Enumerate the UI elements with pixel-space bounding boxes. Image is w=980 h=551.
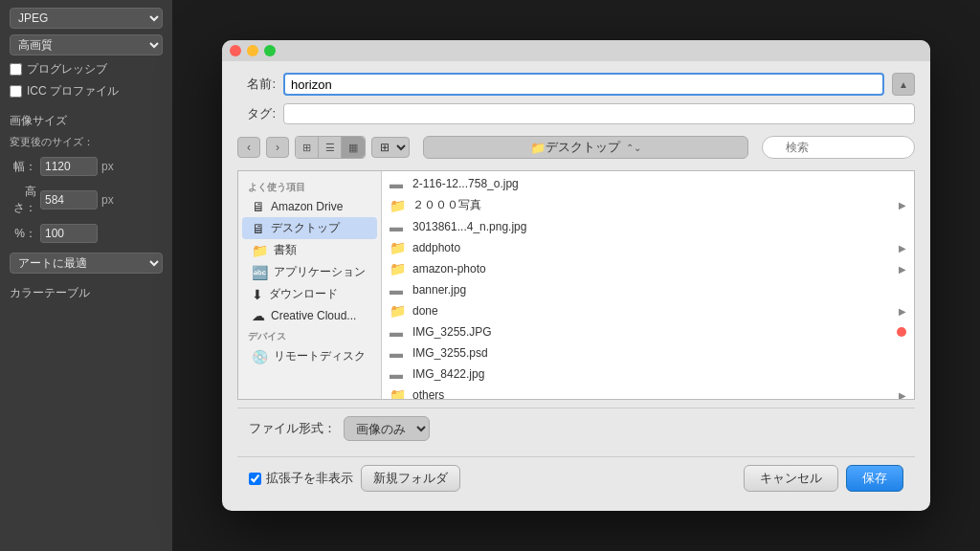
width-row: 幅： px: [10, 157, 163, 176]
maximize-button[interactable]: [264, 45, 276, 56]
file-item[interactable]: ▬ IMG_8422.jpg: [382, 364, 914, 385]
hide-ext-checkbox[interactable]: [249, 473, 261, 485]
file-icon: ▬: [390, 176, 407, 191]
tag-label: タグ:: [237, 105, 276, 122]
footer-bar: 拡張子を非表示 新規フォルダ キャンセル 保存: [237, 456, 915, 499]
list-view-button[interactable]: ☰: [319, 137, 342, 158]
file-icon: ▬: [390, 345, 407, 361]
height-input[interactable]: [40, 190, 98, 209]
sidebar-item-label-desktop: デスクトップ: [271, 220, 340, 236]
sidebar-item-creative-cloud[interactable]: ☁ Creative Cloud...: [242, 305, 377, 326]
chevron-right-icon: ▶: [899, 243, 906, 253]
chevron-right-icon: ▶: [899, 390, 906, 400]
sidebar-item-applications[interactable]: 🔤 アプリケーション: [242, 261, 377, 283]
traffic-lights: [230, 45, 276, 56]
minimize-button[interactable]: [247, 45, 258, 56]
progressive-checkbox[interactable]: [10, 63, 22, 76]
title-bar: [222, 40, 930, 61]
file-list: ▬ 2-116-12...758_o.jpg 📁 ２０００写真 ▶ ▬ 3013…: [382, 171, 914, 399]
quality-select[interactable]: 高画質: [10, 34, 163, 55]
file-item[interactable]: ▬ IMG_3255.psd: [382, 342, 914, 364]
creative-cloud-icon: ☁: [252, 308, 265, 323]
file-name: 3013861...4_n.png.jpg: [412, 220, 906, 233]
sidebar-item-label-remote: リモートディスク: [274, 348, 366, 364]
file-item[interactable]: 📁 addphoto ▶: [382, 237, 914, 258]
sidebar-item-label-cc: Creative Cloud...: [271, 309, 356, 322]
color-table-label: カラーテーブル: [10, 285, 163, 301]
location-arrow-icon: ⌃⌄: [626, 143, 641, 153]
new-folder-button[interactable]: 新規フォルダ: [361, 465, 460, 492]
forward-button[interactable]: ›: [266, 137, 289, 158]
column-view-button[interactable]: ▦: [342, 137, 365, 158]
sidebar-item-label-amazon: Amazon Drive: [271, 200, 343, 213]
file-icon: ▬: [390, 366, 407, 382]
height-unit: px: [101, 193, 114, 207]
tag-input[interactable]: [283, 103, 915, 124]
back-button[interactable]: ‹: [237, 137, 260, 158]
format-label: ファイル形式：: [249, 420, 336, 437]
folder-icon: 📁: [390, 387, 407, 399]
expand-button[interactable]: ▲: [892, 73, 915, 96]
width-input[interactable]: [40, 157, 98, 176]
file-item[interactable]: ▬ banner.jpg: [382, 279, 914, 300]
format-select[interactable]: JPEG: [10, 8, 163, 29]
folder-icon: 📁: [390, 198, 407, 213]
file-item[interactable]: ▬ IMG_3255.JPG: [382, 321, 914, 342]
file-item[interactable]: 📁 others ▶: [382, 385, 914, 399]
right-panel: JPEG 高画質 プログレッシブ ICC プロファイル 画像サイズ 変更後のサイ…: [0, 0, 172, 551]
devices-label: デバイス: [238, 326, 381, 345]
downloads-icon: ⬇: [252, 287, 263, 302]
dialog-overlay: 名前: ▲ タグ: ‹ › ⊞ ☰ ▦ ⊞: [172, 0, 980, 551]
sidebar-item-downloads[interactable]: ⬇ ダウンロード: [242, 283, 377, 305]
toolbar: ‹ › ⊞ ☰ ▦ ⊞ 📁 デスクトップ ⌃⌄ 🔍: [237, 132, 915, 163]
file-icon: ▬: [390, 282, 407, 298]
file-name: banner.jpg: [412, 283, 906, 297]
name-label: 名前:: [237, 76, 276, 93]
cancel-button[interactable]: キャンセル: [744, 465, 838, 492]
icc-checkbox[interactable]: [10, 85, 22, 98]
file-format-select[interactable]: 画像のみ: [344, 416, 430, 441]
documents-icon: 📁: [252, 243, 268, 258]
width-unit: px: [101, 160, 114, 173]
percent-input[interactable]: [40, 224, 98, 243]
width-label: 幅：: [10, 159, 36, 175]
save-button[interactable]: 保存: [846, 465, 903, 492]
height-row: 高さ： px: [10, 184, 163, 216]
icon-view-button[interactable]: ⊞: [296, 137, 319, 158]
name-input[interactable]: [283, 73, 884, 96]
file-browser: よく使う項目 🖥 Amazon Drive 🖥 デスクトップ 📁 書類: [237, 170, 915, 400]
size-change-label: 変更後のサイズ：: [10, 135, 163, 149]
sidebar-item-desktop[interactable]: 🖥 デスクトップ: [242, 217, 377, 239]
file-item[interactable]: 📁 ２０００写真 ▶: [382, 194, 914, 216]
close-button[interactable]: [230, 45, 241, 56]
location-select[interactable]: 📁 デスクトップ ⌃⌄: [423, 136, 748, 159]
sidebar-item-label-documents: 書類: [274, 242, 297, 258]
file-item[interactable]: 📁 done ▶: [382, 300, 914, 321]
sidebar-item-label-downloads: ダウンロード: [269, 286, 338, 302]
icc-label: ICC プロファイル: [27, 83, 119, 99]
hide-ext-label[interactable]: 拡張子を非表示: [249, 470, 353, 487]
sidebar-item-remote-disk[interactable]: 💿 リモートディスク: [242, 345, 377, 367]
format-bar: ファイル形式： 画像のみ: [237, 408, 915, 449]
sidebar: よく使う項目 🖥 Amazon Drive 🖥 デスクトップ 📁 書類: [238, 171, 382, 399]
location-text: デスクトップ: [546, 139, 620, 156]
tag-row: タグ:: [237, 103, 915, 124]
sidebar-item-documents[interactable]: 📁 書類: [242, 239, 377, 261]
file-item[interactable]: ▬ 3013861...4_n.png.jpg: [382, 216, 914, 237]
file-item[interactable]: ▬ 2-116-12...758_o.jpg: [382, 173, 914, 194]
view-group: ⊞ ☰ ▦: [295, 136, 366, 159]
file-name: IMG_8422.jpg: [412, 367, 906, 381]
desktop-icon: 🖥: [252, 221, 265, 236]
red-dot-indicator: [897, 327, 906, 337]
icc-row: ICC プロファイル: [10, 83, 163, 99]
chevron-right-icon: ▶: [899, 264, 906, 275]
file-name: ２０００写真: [412, 197, 893, 213]
image-size-title: 画像サイズ: [10, 113, 163, 129]
file-item[interactable]: 📁 amazon-photo ▶: [382, 258, 914, 279]
art-select[interactable]: アートに最適: [10, 253, 163, 274]
progressive-row: プログレッシブ: [10, 61, 163, 77]
search-input[interactable]: [762, 136, 915, 159]
remote-disk-icon: 💿: [252, 349, 268, 364]
arrange-select[interactable]: ⊞: [371, 137, 410, 158]
sidebar-item-amazon[interactable]: 🖥 Amazon Drive: [242, 196, 377, 217]
